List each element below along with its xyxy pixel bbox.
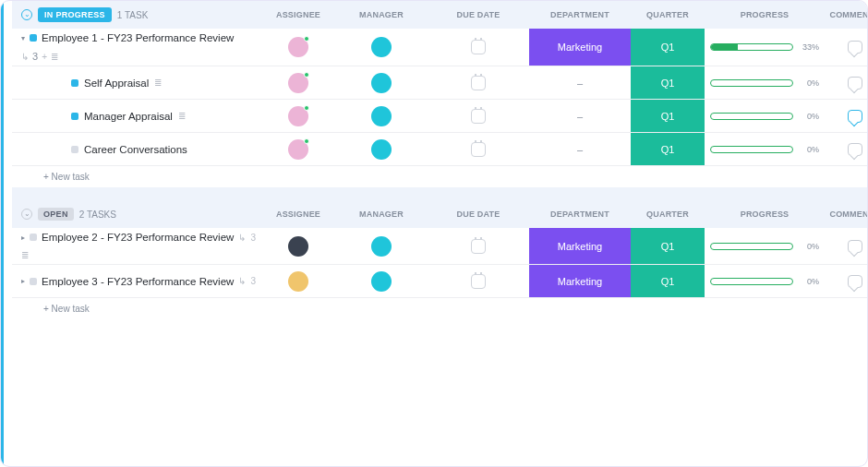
progress-cell[interactable]: 0% — [705, 78, 825, 88]
task-title[interactable]: Manager Appraisal — [84, 111, 173, 122]
manager-avatar[interactable] — [371, 73, 392, 93]
manager-avatar[interactable] — [371, 37, 392, 57]
progress-cell[interactable]: 0% — [705, 277, 825, 286]
manager-avatar[interactable] — [371, 106, 392, 126]
due-date-icon[interactable] — [471, 76, 486, 90]
status-pill[interactable]: OPEN — [38, 208, 74, 221]
collapse-toggle[interactable]: ⌄ — [21, 209, 32, 220]
comments-icon[interactable] — [848, 41, 862, 54]
col-dept[interactable]: DEPARTMENT — [529, 210, 631, 219]
col-due[interactable]: DUE DATE — [428, 210, 529, 219]
comments-icon[interactable] — [848, 275, 862, 288]
assignee-avatar[interactable] — [288, 139, 308, 160]
collapse-toggle[interactable]: ⌄ — [21, 9, 32, 20]
task-title[interactable]: Career Conversations — [84, 144, 187, 155]
assignee-avatar[interactable] — [288, 236, 308, 257]
subtask-count: 3 — [250, 276, 256, 286]
subtask-row[interactable]: Self Appraisal ≣ – Q1 0% — [12, 66, 867, 100]
task-title[interactable]: Employee 3 - FY23 Performance Review — [42, 276, 234, 287]
quarter-cell[interactable]: Q1 — [631, 100, 705, 132]
col-assignee[interactable]: ASSIGNEE — [261, 210, 335, 219]
subtask-count: 3 — [32, 51, 38, 62]
col-comments[interactable]: COMMENTS — [825, 210, 868, 219]
col-dept[interactable]: DEPARTMENT — [529, 10, 631, 19]
task-row[interactable]: ▸ Employee 2 - FY23 Performance Review ↳… — [12, 228, 867, 265]
progress-cell[interactable]: 0% — [705, 145, 825, 154]
task-row[interactable]: ▸ Employee 3 - FY23 Performance Review ↳… — [12, 265, 867, 298]
new-task-button[interactable]: + New task — [12, 166, 867, 187]
quarter-cell[interactable]: Q1 — [631, 29, 705, 66]
assignee-avatar[interactable] — [288, 73, 308, 93]
add-subtask[interactable]: + — [42, 52, 47, 62]
assignee-avatar[interactable] — [288, 37, 308, 57]
department-cell[interactable]: Marketing — [529, 29, 631, 66]
status-pill[interactable]: IN PROGRESS — [38, 7, 112, 22]
status-square[interactable] — [30, 234, 37, 241]
subtask-count: 3 — [250, 233, 256, 243]
col-manager[interactable]: MANAGER — [335, 210, 428, 219]
due-date-icon[interactable] — [471, 40, 486, 54]
due-date-icon[interactable] — [471, 142, 486, 157]
task-row[interactable]: ▾ Employee 1 - FY23 Performance Review ↳… — [12, 29, 867, 66]
description-icon: ≣ — [178, 111, 186, 121]
manager-avatar[interactable] — [371, 271, 392, 292]
left-accent-bar — [1, 1, 4, 466]
subtask-row[interactable]: Career Conversations – Q1 0% — [12, 133, 867, 166]
status-square[interactable] — [30, 34, 37, 42]
manager-avatar[interactable] — [371, 236, 392, 257]
task-title[interactable]: Employee 1 - FY23 Performance Review — [42, 32, 234, 43]
comments-icon[interactable] — [848, 240, 862, 253]
department-cell[interactable]: – — [529, 111, 631, 122]
col-assignee[interactable]: ASSIGNEE — [261, 10, 335, 19]
quarter-cell[interactable]: Q1 — [631, 66, 705, 99]
progress-cell[interactable]: 0% — [705, 242, 825, 251]
comments-icon[interactable] — [848, 143, 862, 156]
department-cell[interactable]: – — [529, 78, 631, 89]
department-cell[interactable]: – — [529, 144, 631, 155]
group-header-inprogress: ⌄ IN PROGRESS 1 TASK ASSIGNEE MANAGER DU… — [12, 1, 867, 29]
progress-cell[interactable]: 0% — [705, 112, 825, 121]
status-square[interactable] — [71, 79, 78, 87]
quarter-cell[interactable]: Q1 — [631, 133, 705, 165]
expand-caret[interactable]: ▸ — [21, 234, 25, 242]
col-progress[interactable]: PROGRESS — [705, 10, 825, 19]
department-cell[interactable]: Marketing — [529, 228, 631, 264]
subtask-icon: ↳ — [21, 52, 29, 62]
progress-cell[interactable]: 33% — [705, 42, 825, 52]
manager-avatar[interactable] — [371, 139, 392, 160]
status-square[interactable] — [71, 146, 78, 153]
comments-icon[interactable] — [848, 77, 862, 90]
expand-caret[interactable]: ▸ — [21, 277, 25, 285]
assignee-avatar[interactable] — [288, 271, 308, 292]
task-title[interactable]: Employee 2 - FY23 Performance Review — [42, 232, 234, 243]
task-count: 1 TASK — [117, 10, 149, 20]
department-cell[interactable]: Marketing — [529, 265, 631, 297]
col-progress[interactable]: PROGRESS — [705, 210, 825, 219]
status-square[interactable] — [30, 278, 37, 285]
subtask-icon: ↳ — [238, 233, 246, 243]
col-comments[interactable]: COMMENTS — [825, 10, 868, 19]
subtask-row[interactable]: Manager Appraisal ≣ – Q1 0% — [12, 100, 867, 133]
new-task-button[interactable]: + New task — [12, 298, 867, 319]
quarter-cell[interactable]: Q1 — [631, 228, 705, 264]
col-due[interactable]: DUE DATE — [428, 10, 529, 19]
due-date-icon[interactable] — [471, 239, 486, 254]
task-count: 2 TASKS — [79, 210, 116, 220]
col-quarter[interactable]: QUARTER — [631, 10, 705, 19]
description-icon: ≣ — [154, 78, 162, 88]
group-header-open: ⌄ OPEN 2 TASKS ASSIGNEE MANAGER DUE DATE… — [12, 200, 867, 228]
subtask-icon: ↳ — [238, 276, 246, 286]
col-manager[interactable]: MANAGER — [335, 10, 428, 19]
due-date-icon[interactable] — [471, 274, 486, 289]
description-icon: ≣ — [21, 250, 29, 260]
description-icon: ≣ — [51, 52, 58, 62]
due-date-icon[interactable] — [471, 109, 486, 124]
task-title[interactable]: Self Appraisal — [84, 78, 149, 89]
comments-icon[interactable] — [848, 110, 862, 123]
expand-caret[interactable]: ▾ — [21, 34, 25, 42]
status-square[interactable] — [71, 113, 78, 120]
quarter-cell[interactable]: Q1 — [631, 265, 705, 297]
assignee-avatar[interactable] — [288, 106, 308, 126]
col-quarter[interactable]: QUARTER — [631, 210, 705, 219]
